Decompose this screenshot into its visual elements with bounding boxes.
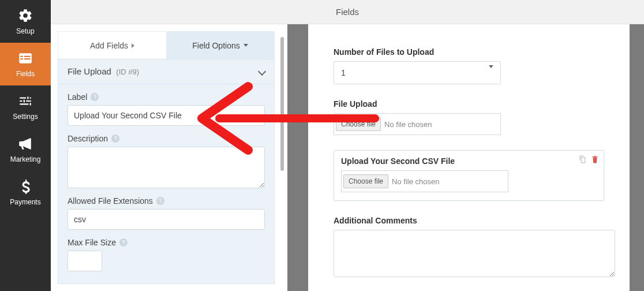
tab-label: Field Options (192, 41, 239, 50)
sidebar-item-label: Fields (16, 70, 35, 78)
help-icon[interactable]: ? (156, 197, 164, 205)
chevron-down-icon (259, 66, 265, 77)
sliders-icon (18, 94, 33, 110)
sidebar-item-label: Setup (16, 27, 34, 35)
file-input-1[interactable]: Choose file No file chosen (334, 113, 501, 135)
sidebar-item-fields[interactable]: Fields (0, 43, 51, 85)
help-icon[interactable]: ? (119, 238, 128, 247)
gear-icon (18, 8, 33, 25)
tab-field-options[interactable]: Field Options (166, 32, 274, 59)
tab-add-fields[interactable]: Add Fields (58, 32, 166, 59)
chevron-down-icon (489, 68, 493, 77)
section-header-file-upload[interactable]: File Upload (ID #9) (58, 59, 274, 84)
bullhorn-icon (18, 136, 33, 153)
form-label-allowed-ext: Allowed File Extensions (68, 196, 153, 206)
page-title-text: Fields (336, 7, 359, 17)
sidebar-item-marketing[interactable]: Marketing (0, 128, 51, 171)
label-input[interactable] (68, 105, 265, 126)
form-label-description: Description (68, 134, 108, 143)
svg-rect-3 (20, 58, 23, 59)
num-files-select[interactable]: 1 (334, 61, 501, 84)
help-icon[interactable]: ? (111, 135, 119, 143)
list-icon (18, 51, 33, 68)
section-id: (ID #9) (116, 68, 139, 76)
sidebar-item-payments[interactable]: Payments (0, 171, 51, 214)
preview-label-comments: Additional Comments (334, 216, 604, 225)
comments-textarea[interactable] (334, 230, 615, 277)
copy-icon[interactable] (578, 155, 586, 165)
max-filesize-input[interactable] (68, 251, 102, 271)
dollar-icon (18, 179, 33, 196)
svg-rect-1 (20, 55, 23, 57)
sidebar-item-label: Marketing (10, 155, 41, 163)
divider (629, 24, 644, 291)
select-value: 1 (341, 68, 346, 77)
panel-scrollbar[interactable] (279, 31, 285, 284)
help-icon[interactable]: ? (91, 93, 99, 101)
tab-label: Add Fields (90, 41, 128, 50)
preview-label-file-upload: File Upload (334, 99, 604, 109)
section-title: File Upload (68, 66, 111, 76)
page-title: Fields (51, 0, 644, 24)
sidebar-item-settings[interactable]: Settings (0, 85, 51, 128)
choose-file-button[interactable]: Choose file (336, 117, 381, 131)
sidebar-item-setup[interactable]: Setup (0, 0, 51, 43)
no-file-text: No file chosen (384, 120, 432, 129)
choose-file-button[interactable]: Choose file (343, 174, 388, 188)
preview-label-num-files: Number of Files to Upload (334, 47, 604, 57)
trash-icon[interactable] (591, 155, 599, 165)
form-label-label: Label (68, 92, 87, 102)
description-input[interactable] (68, 147, 265, 188)
svg-rect-4 (24, 58, 31, 59)
sidebar-item-label: Settings (13, 113, 38, 121)
no-file-text: No file chosen (392, 177, 439, 186)
preview-label-second-csv: Upload Your Second CSV File (341, 156, 597, 166)
file-input-2[interactable]: Choose file No file chosen (341, 170, 508, 192)
svg-rect-2 (24, 55, 31, 57)
scrollbar-thumb[interactable] (280, 37, 284, 171)
allowed-extensions-input[interactable] (68, 209, 265, 230)
divider (287, 24, 308, 291)
sidebar-item-label: Payments (10, 198, 40, 206)
form-label-max-size: Max File Size (68, 238, 116, 247)
selected-field-block[interactable]: Upload Your Second CSV File Choose file … (334, 150, 604, 201)
